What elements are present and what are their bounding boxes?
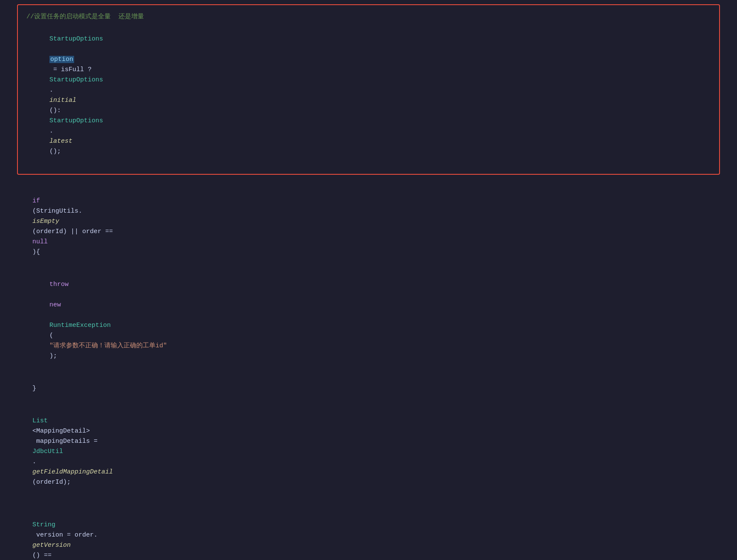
version-line: String version = order. getVersion () ==…: [17, 509, 720, 560]
code-editor: //设置任务的启动模式是全量 还是增量 StartupOptions optio…: [0, 0, 737, 560]
highlighted-code-block: //设置任务的启动模式是全量 还是增量 StartupOptions optio…: [17, 4, 720, 175]
blank-1: [17, 499, 720, 509]
option-variable: option: [49, 56, 74, 63]
if-line: if (StringUtils. isEmpty (orderId) || or…: [17, 185, 720, 268]
mapping-details-line: List <MappingDetail> mappingDetails = Jd…: [17, 405, 720, 499]
throw-line: throw new RuntimeException ( "请求参数不正确！请输…: [17, 268, 720, 372]
method-initial: initial: [49, 97, 76, 104]
type-startup3: StartupOptions: [49, 117, 103, 124]
type-startup2: StartupOptions: [49, 76, 103, 84]
method-latest: latest: [49, 138, 72, 145]
close-brace: }: [17, 372, 720, 405]
startup-options-line: StartupOptions option = isFull ? Startup…: [26, 23, 711, 168]
comment-line-1: //设置任务的启动模式是全量 还是增量: [26, 11, 711, 23]
type-startup: StartupOptions: [49, 35, 103, 43]
